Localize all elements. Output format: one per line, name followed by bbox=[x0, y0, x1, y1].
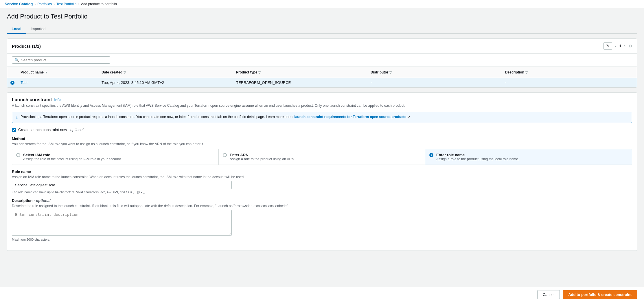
breadcrumb-current: Add product to portfolio bbox=[81, 2, 117, 6]
row-description: - bbox=[502, 78, 637, 87]
info-box-text: Provisioning a Terraform open source pro… bbox=[21, 115, 410, 119]
breadcrumb-sep-2: › bbox=[54, 2, 55, 6]
create-constraint-checkbox[interactable] bbox=[12, 128, 16, 132]
method-radio-iam bbox=[16, 153, 20, 157]
tab-local[interactable]: Local bbox=[7, 24, 26, 34]
method-option-iam[interactable]: Select IAM role Assign the role of the p… bbox=[12, 149, 219, 165]
method-text-role: Enter role name Assign a role to the pro… bbox=[436, 153, 519, 161]
products-card: Products (1/1) ↻ ‹ 1 › ⚙ 🔍 Product name … bbox=[7, 38, 637, 88]
next-page-button[interactable]: › bbox=[623, 43, 627, 49]
row-product-type: TERRAFORM_OPEN_SOURCE bbox=[233, 78, 368, 87]
lc-title: Launch constraint bbox=[12, 97, 52, 102]
th-product-type[interactable]: Product type ▽ bbox=[233, 69, 368, 76]
search-bar: 🔍 bbox=[7, 54, 637, 67]
product-name-link[interactable]: Test bbox=[21, 80, 27, 85]
constraint-desc-section: Description - optional Describe the role… bbox=[12, 198, 632, 241]
breadcrumb-sep-1: › bbox=[35, 2, 36, 6]
breadcrumb-sep-3: › bbox=[78, 2, 79, 6]
page-wrapper: Add Product to Test Portfolio Local Impo… bbox=[0, 8, 644, 301]
desc-optional: - optional bbox=[34, 198, 51, 203]
sort-icon-name: ▼ bbox=[45, 71, 48, 74]
row-radio-selected bbox=[10, 81, 14, 85]
method-text-iam: Select IAM role Assign the role of the p… bbox=[23, 153, 122, 161]
constraint-desc-sublabel: Describe the role assigned to the launch… bbox=[12, 204, 632, 208]
method-radio-arn bbox=[223, 153, 227, 157]
filter-icon-date: ▽ bbox=[124, 71, 126, 74]
page-title: Add Product to Test Portfolio bbox=[7, 13, 637, 20]
add-to-portfolio-button[interactable]: Add to portfolio & create constraint bbox=[563, 290, 637, 299]
method-options: Select IAM role Assign the role of the p… bbox=[12, 149, 632, 165]
create-constraint-label: Create launch constraint now - optional bbox=[18, 128, 83, 132]
brand-link[interactable]: Service Catalog bbox=[5, 2, 33, 6]
max-chars-hint: Maximum 2000 characters. bbox=[12, 238, 632, 241]
constraint-desc-label: Description - optional bbox=[12, 198, 632, 203]
ext-link-icon: ↗ bbox=[407, 115, 410, 119]
method-option-role[interactable]: Enter role name Assign a role to the pro… bbox=[425, 149, 632, 165]
search-input[interactable] bbox=[21, 58, 108, 62]
method-radio-role bbox=[429, 153, 433, 157]
filter-icon-type: ▽ bbox=[258, 71, 261, 74]
tabs-bar: Local Imported bbox=[7, 24, 637, 34]
search-icon: 🔍 bbox=[14, 58, 19, 62]
prev-page-button[interactable]: ‹ bbox=[614, 43, 618, 49]
role-name-section: Role name Assign an IAM role name to the… bbox=[12, 170, 632, 194]
lc-learn-more-link[interactable]: launch constraint requirements for Terra… bbox=[294, 115, 406, 119]
products-card-header: Products (1/1) ↻ ‹ 1 › ⚙ bbox=[7, 39, 637, 54]
filter-icon-dist: ▽ bbox=[389, 71, 392, 74]
lc-description: A launch constraint specifies the AWS Id… bbox=[12, 104, 632, 108]
products-title: Products (1/1) bbox=[12, 44, 41, 49]
method-text-arn: Enter ARN Assign a role to the product u… bbox=[230, 153, 295, 161]
role-name-label: Role name bbox=[12, 170, 632, 174]
method-section: Method You can search for the IAM role y… bbox=[12, 137, 632, 165]
pagination: ↻ ‹ 1 › ⚙ bbox=[603, 42, 632, 50]
breadcrumb-portfolios[interactable]: Portfolios bbox=[37, 2, 52, 6]
create-constraint-checkbox-row[interactable]: Create launch constraint now - optional bbox=[12, 128, 632, 132]
method-sublabel: You can search for the IAM role you want… bbox=[12, 142, 632, 146]
table-row[interactable]: Test Tue, Apr 4, 2023, 8:45:10 AM GMT+2 … bbox=[7, 78, 637, 87]
row-product-name[interactable]: Test bbox=[18, 78, 99, 87]
breadcrumb-test-portfolio[interactable]: Test Portfolio bbox=[56, 2, 76, 6]
info-box: ℹ Provisioning a Terraform open source p… bbox=[12, 112, 632, 123]
th-description[interactable]: Description ▽ bbox=[502, 69, 637, 76]
bottom-bar: Cancel Add to portfolio & create constra… bbox=[0, 287, 644, 301]
refresh-button[interactable]: ↻ bbox=[603, 42, 612, 50]
filter-icon-desc: ▽ bbox=[525, 71, 528, 74]
search-input-wrap: 🔍 bbox=[12, 56, 110, 64]
row-distributor: - bbox=[368, 78, 502, 87]
page-number: 1 bbox=[619, 44, 621, 48]
lc-title-row: Launch constraint Info bbox=[12, 97, 632, 102]
info-icon: ℹ bbox=[16, 115, 18, 120]
page-settings-button[interactable]: ⚙ bbox=[628, 44, 632, 48]
th-select bbox=[7, 69, 18, 76]
info-link[interactable]: Info bbox=[54, 98, 61, 102]
cancel-button[interactable]: Cancel bbox=[537, 290, 560, 299]
row-radio-cell[interactable] bbox=[7, 78, 18, 87]
table-header: Product name ▼ Date created ▽ Product ty… bbox=[7, 67, 637, 78]
tab-imported[interactable]: Imported bbox=[26, 24, 50, 34]
row-date-created: Tue, Apr 4, 2023, 8:45:10 AM GMT+2 bbox=[99, 78, 233, 87]
role-name-sublabel: Assign an IAM role name to the launch co… bbox=[12, 175, 632, 179]
th-product-name[interactable]: Product name ▼ bbox=[18, 69, 99, 76]
method-label: Method bbox=[12, 137, 632, 141]
role-name-hint: The role name can have up to 64 characte… bbox=[12, 190, 632, 194]
th-date-created[interactable]: Date created ▽ bbox=[99, 69, 233, 76]
method-option-arn[interactable]: Enter ARN Assign a role to the product u… bbox=[219, 149, 425, 165]
products-count: 1/1 bbox=[33, 44, 39, 49]
optional-label: - optional bbox=[68, 128, 83, 132]
role-name-input[interactable] bbox=[12, 181, 232, 189]
top-nav: Service Catalog › Portfolios › Test Port… bbox=[0, 0, 644, 8]
th-distributor[interactable]: Distributor ▽ bbox=[368, 69, 502, 76]
launch-constraint-card: Launch constraint Info A launch constrai… bbox=[7, 92, 637, 251]
constraint-desc-textarea[interactable] bbox=[12, 210, 232, 236]
